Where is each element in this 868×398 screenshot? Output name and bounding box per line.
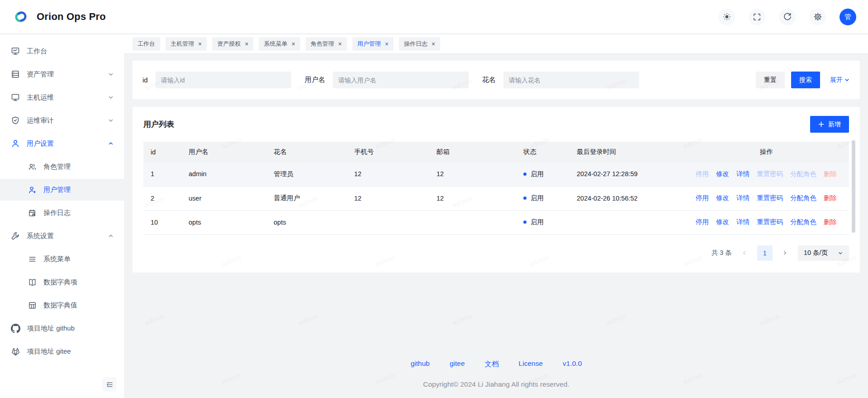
cell-status: 启用 (516, 210, 569, 234)
sidebar-item-gitee[interactable]: 项目地址 gitee (0, 340, 124, 362)
cell-username: opts (181, 210, 266, 234)
cell-status: 启用 (516, 162, 569, 186)
column-header-username: 用户名 (181, 142, 266, 162)
app-header: Orion Ops Pro (0, 0, 868, 34)
username-input[interactable] (333, 72, 469, 88)
sidebar-item-assets[interactable]: 资产管理 (0, 63, 124, 85)
action-assign-role[interactable]: 分配角色 (790, 194, 816, 201)
tab-label: 操作日志 (404, 40, 427, 48)
cell-nickname: 管理员 (266, 162, 347, 186)
action-detail[interactable]: 详情 (736, 170, 749, 177)
action-reset-password[interactable]: 重置密码 (757, 218, 783, 225)
column-header-id: id (143, 142, 181, 162)
footer-link-license[interactable]: License (519, 360, 543, 369)
close-icon[interactable]: × (291, 42, 295, 46)
nickname-input[interactable] (503, 72, 639, 88)
sidebar-item-host-ops[interactable]: 主机运维 (0, 86, 124, 108)
action-edit[interactable]: 修改 (716, 170, 729, 177)
expand-toggle[interactable]: 展开 (830, 76, 850, 84)
close-icon[interactable]: × (198, 42, 202, 46)
table-scrollbar[interactable] (852, 140, 855, 233)
settings-button[interactable] (809, 9, 826, 25)
server-icon (11, 70, 20, 79)
action-disable[interactable]: 停用 (696, 170, 709, 177)
action-disable[interactable]: 停用 (696, 194, 709, 201)
tab-workbench[interactable]: 工作台 (133, 37, 160, 51)
cell-actions: 停用修改详情重置密码分配角色删除 (683, 210, 849, 234)
tab-asset-authorization[interactable]: 资产授权 × (212, 37, 253, 51)
close-icon[interactable]: × (432, 42, 435, 46)
tab-user-management[interactable]: 用户管理 × (352, 37, 394, 51)
sidebar-item-system-settings[interactable]: 系统设置 (0, 225, 124, 247)
sidebar-item-system-menu[interactable]: 系统菜单 (0, 248, 124, 270)
action-detail[interactable]: 详情 (736, 218, 749, 225)
sidebar-item-user-management[interactable]: 用户管理 (0, 179, 124, 201)
action-edit[interactable]: 修改 (716, 218, 729, 225)
cell-actions: 停用修改详情重置密码分配角色删除 (683, 186, 849, 210)
copyright-text: Copyright© 2024 Li Jiahang All rights re… (133, 380, 860, 388)
pagination-prev-button[interactable] (738, 247, 751, 259)
close-icon[interactable]: × (245, 42, 248, 46)
users-icon (28, 163, 37, 171)
user-avatar[interactable]: 管 (840, 9, 856, 25)
footer-link-gitee[interactable]: gitee (450, 360, 465, 369)
sidebar: 工作台 资产管理 主机运维 (0, 34, 124, 398)
action-detail[interactable]: 详情 (736, 194, 749, 201)
sidebar-collapse-button[interactable] (102, 377, 117, 392)
sidebar-item-audit[interactable]: 运维审计 (0, 110, 124, 131)
action-assign-role[interactable]: 分配角色 (790, 170, 816, 177)
tab-system-menu[interactable]: 系统菜单 × (259, 37, 300, 51)
cell-id: 10 (143, 210, 181, 234)
brightness-icon (722, 12, 731, 21)
user-plus-icon (28, 186, 37, 194)
column-header-nickname: 花名 (266, 142, 347, 162)
menu-fold-icon (106, 381, 114, 388)
sidebar-item-dict-keys[interactable]: 数据字典项 (0, 271, 124, 293)
action-delete[interactable]: 删除 (824, 194, 837, 201)
menu-lines-icon (28, 255, 37, 264)
refresh-button[interactable] (779, 9, 796, 25)
log-calendar-icon (28, 209, 37, 217)
sidebar-item-dict-values[interactable]: 数据字典值 (0, 294, 124, 316)
field-username: 用户名 (305, 72, 469, 88)
add-user-button[interactable]: 新增 (810, 116, 849, 133)
fullscreen-button[interactable] (749, 9, 765, 25)
shield-check-icon (11, 116, 20, 125)
pagination-total: 共 3 条 (711, 249, 732, 257)
footer-link-version[interactable]: v1.0.0 (563, 360, 582, 369)
sidebar-item-label: 项目地址 github (27, 324, 75, 333)
page-size-select[interactable]: 10 条/页 (798, 245, 849, 261)
action-reset-password[interactable]: 重置密码 (757, 170, 783, 177)
action-delete[interactable]: 删除 (824, 170, 837, 177)
sidebar-item-github[interactable]: 项目地址 github (0, 317, 124, 339)
sidebar-item-label: 主机运维 (27, 93, 54, 102)
close-icon[interactable]: × (338, 42, 342, 46)
tab-host-management[interactable]: 主机管理 × (166, 37, 207, 51)
action-edit[interactable]: 修改 (716, 194, 729, 201)
sidebar-item-label: 工作台 (27, 47, 47, 56)
close-icon[interactable]: × (385, 42, 389, 46)
sidebar-item-label: 系统菜单 (43, 255, 71, 264)
action-disable[interactable]: 停用 (696, 218, 709, 225)
sidebar-item-workbench[interactable]: 工作台 (0, 40, 124, 62)
footer-link-docs[interactable]: 文档 (485, 360, 499, 369)
search-form-card: id 用户名 花名 重置 搜索 展开 (133, 61, 860, 99)
sidebar-item-user-settings[interactable]: 用户设置 (0, 133, 124, 154)
sidebar-item-label: 用户设置 (27, 139, 54, 148)
tab-operation-log[interactable]: 操作日志 × (399, 37, 440, 51)
sidebar-item-role-management[interactable]: 角色管理 (0, 156, 124, 177)
action-reset-password[interactable]: 重置密码 (757, 194, 783, 201)
footer-link-github[interactable]: github (411, 360, 430, 369)
action-assign-role[interactable]: 分配角色 (790, 218, 816, 225)
search-button[interactable]: 搜索 (791, 72, 820, 88)
pagination-next-button[interactable] (779, 247, 792, 259)
reset-button[interactable]: 重置 (756, 72, 785, 88)
pagination-page-1[interactable]: 1 (757, 245, 773, 261)
sidebar-item-operation-log[interactable]: 操作日志 (0, 202, 124, 224)
table-icon (28, 301, 37, 310)
tab-label: 角色管理 (311, 40, 334, 48)
theme-toggle-button[interactable] (718, 9, 735, 25)
action-delete[interactable]: 删除 (824, 218, 837, 225)
tab-role-management[interactable]: 角色管理 × (306, 37, 347, 51)
id-input[interactable] (156, 72, 291, 88)
